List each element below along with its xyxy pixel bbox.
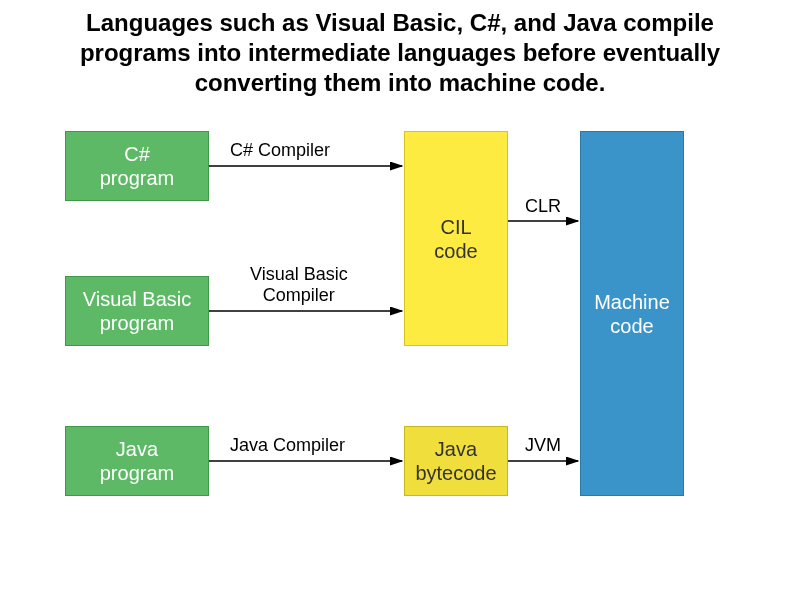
vb-compiler-label: Visual Basic Compiler xyxy=(250,264,348,306)
java-program-box: Java program xyxy=(65,426,209,496)
csharp-compiler-label: C# Compiler xyxy=(230,140,330,161)
jvm-label: JVM xyxy=(525,435,561,456)
cil-code-box: CIL code xyxy=(404,131,508,346)
vb-program-box: Visual Basic program xyxy=(65,276,209,346)
compilation-diagram: C# program Visual Basic program Java pro… xyxy=(0,116,800,556)
machine-code-box: Machine code xyxy=(580,131,684,496)
java-compiler-label: Java Compiler xyxy=(230,435,345,456)
clr-label: CLR xyxy=(525,196,561,217)
java-bytecode-box: Java bytecode xyxy=(404,426,508,496)
csharp-program-box: C# program xyxy=(65,131,209,201)
diagram-title: Languages such as Visual Basic, C#, and … xyxy=(0,0,800,98)
